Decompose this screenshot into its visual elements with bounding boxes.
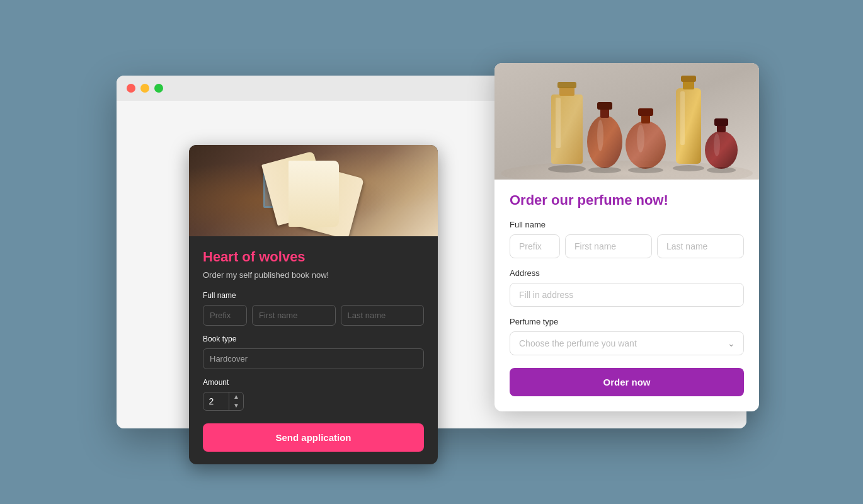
svg-rect-17 — [680, 91, 685, 145]
traffic-light-red[interactable] — [127, 84, 135, 93]
perfume-lastname-input[interactable] — [657, 234, 744, 258]
perfume-address-input[interactable] — [510, 283, 744, 307]
book-prefix-input[interactable] — [203, 305, 247, 326]
perfume-full-name-label: Full name — [510, 220, 744, 229]
svg-point-10 — [626, 121, 666, 169]
amount-input[interactable] — [203, 392, 229, 410]
svg-rect-14 — [676, 88, 701, 164]
book-subtitle: Order my self published book now! — [203, 270, 424, 280]
svg-rect-12 — [638, 108, 653, 116]
svg-rect-7 — [600, 108, 609, 118]
perfume-card-body: Order our perfume now! Full name Address… — [494, 180, 759, 411]
svg-point-13 — [637, 125, 644, 152]
order-now-button[interactable]: Order now — [510, 368, 744, 396]
browser-content: Heart of wolves Order my self published … — [117, 101, 746, 428]
perfume-type-label: Perfume type — [510, 317, 744, 326]
book-firstname-input[interactable] — [252, 305, 336, 326]
perfume-address-label: Address — [510, 268, 744, 278]
amount-section: Amount ▲ ▼ — [203, 378, 424, 411]
perfume-address-section: Address — [510, 268, 744, 307]
svg-point-21 — [714, 134, 720, 156]
svg-point-9 — [597, 120, 603, 151]
book-name-row — [203, 305, 424, 326]
traffic-light-yellow[interactable] — [140, 84, 149, 93]
perfume-name-row — [510, 234, 744, 258]
svg-rect-16 — [681, 76, 696, 82]
book-lastname-input[interactable] — [341, 305, 425, 326]
send-application-button[interactable]: Send application — [203, 423, 424, 452]
book-card-image — [189, 145, 438, 236]
svg-point-25 — [673, 165, 704, 171]
perfume-full-name-section: Full name — [510, 220, 744, 258]
book-title: Heart of wolves — [203, 249, 424, 265]
perfume-type-select[interactable]: Choose the perfume you want Floral Woody… — [510, 331, 744, 355]
book-page-center — [289, 161, 339, 227]
book-pages-visual — [257, 161, 370, 230]
svg-rect-20 — [714, 118, 728, 126]
svg-rect-3 — [559, 87, 574, 96]
traffic-light-green[interactable] — [154, 84, 163, 93]
svg-point-23 — [588, 167, 621, 173]
book-type-label: Book type — [203, 335, 424, 343]
svg-point-22 — [548, 165, 586, 173]
book-card-body: Heart of wolves Order my self published … — [189, 236, 438, 464]
perfume-title: Order our perfume now! — [510, 192, 744, 209]
svg-point-24 — [628, 167, 663, 173]
svg-rect-8 — [597, 102, 612, 110]
svg-rect-5 — [556, 98, 561, 148]
svg-point-6 — [587, 115, 622, 168]
perfume-card-image — [494, 63, 759, 180]
amount-spinners: ▲ ▼ — [229, 392, 243, 410]
book-type-wrapper: Hardcover Paperback Ebook — [203, 348, 424, 369]
svg-rect-4 — [557, 82, 576, 88]
perfume-prefix-input[interactable] — [510, 234, 560, 258]
svg-rect-15 — [683, 81, 694, 89]
amount-decrement-button[interactable]: ▼ — [229, 401, 243, 410]
svg-point-26 — [707, 167, 736, 173]
book-form-card: Heart of wolves Order my self published … — [189, 145, 438, 464]
perfume-bottles-svg — [494, 63, 759, 180]
amount-increment-button[interactable]: ▲ — [229, 392, 243, 401]
svg-point-18 — [705, 131, 738, 169]
browser-window: Heart of wolves Order my self published … — [117, 76, 746, 428]
svg-rect-11 — [641, 115, 650, 123]
perfume-type-section: Perfume type Choose the perfume you want… — [510, 317, 744, 355]
amount-label: Amount — [203, 378, 424, 387]
book-type-select[interactable]: Hardcover Paperback Ebook — [203, 348, 424, 369]
perfume-form-card: Order our perfume now! Full name Address… — [494, 63, 759, 411]
perfume-type-wrapper: Choose the perfume you want Floral Woody… — [510, 331, 744, 355]
amount-input-wrapper: ▲ ▼ — [203, 392, 244, 411]
full-name-label: Full name — [203, 291, 424, 300]
perfume-firstname-input[interactable] — [565, 234, 652, 258]
